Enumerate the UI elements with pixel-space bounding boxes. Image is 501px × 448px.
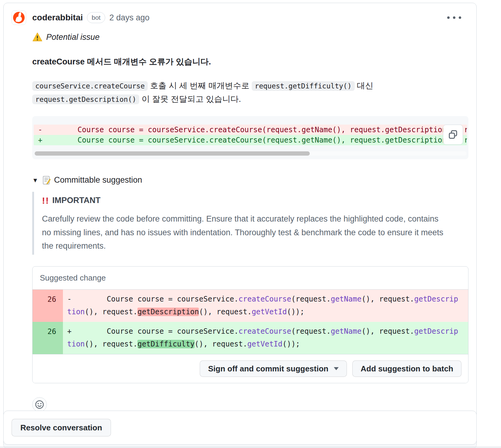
kebab-menu-icon[interactable] [443, 14, 465, 21]
comment-paragraph: courseService.createCourse 호출 시 세 번째 매개변… [32, 79, 464, 106]
important-blockquote: !! IMPORTANT Carefully review the code b… [32, 192, 468, 255]
copy-code-button[interactable] [443, 125, 463, 145]
suggested-change-block: Suggested change 26 - Course course = co… [32, 266, 468, 384]
suggestion-removed-row: 26 - Course course = courseService.creat… [33, 290, 468, 322]
issue-label-text: Potential issue [46, 31, 100, 43]
add-to-batch-label: Add suggestion to batch [361, 364, 453, 373]
important-label: IMPORTANT [52, 194, 100, 207]
memo-icon [42, 176, 51, 185]
comment-author[interactable]: coderabbitai [32, 13, 83, 22]
committable-suggestion-label: Committable suggestion [54, 174, 142, 186]
suggestion-footer: Sign off and commit suggestion Add sugge… [33, 354, 468, 383]
diff-code-block: - Course course = courseService.createCo… [32, 116, 468, 159]
suggested-change-header: Suggested change [33, 267, 468, 290]
add-reaction-button[interactable] [32, 397, 47, 412]
important-title-row: !! IMPORTANT [42, 194, 468, 207]
comment-header: coderabbitai bot 2 days ago [12, 10, 468, 25]
smiley-icon [35, 400, 44, 409]
diff-removed-line: - Course course = courseService.createCo… [34, 125, 467, 135]
resolve-conversation-button[interactable]: Resolve conversation [12, 419, 111, 437]
comment-body: Potential issue createCourse 메서드 매개변수 오류… [32, 31, 468, 383]
resolve-conversation-label: Resolve conversation [20, 423, 102, 432]
bot-badge: bot [87, 12, 105, 23]
copy-icon [448, 129, 458, 140]
double-exclamation-icon: !! [42, 194, 49, 207]
page-divider [0, 447, 501, 447]
horizontal-scrollbar[interactable] [35, 151, 466, 156]
resolve-card: Resolve conversation [3, 411, 477, 445]
added-line-number: 26 [33, 322, 63, 354]
commit-suggestion-label: Sign off and commit suggestion [208, 364, 328, 373]
reaction-row [32, 397, 468, 412]
coderabbit-avatar[interactable] [12, 10, 26, 25]
issue-label: Potential issue [32, 31, 468, 43]
comment: coderabbitai bot 2 days ago Potential is… [4, 3, 476, 420]
committable-suggestion-toggle[interactable]: ▼ Committable suggestion [32, 174, 468, 186]
removed-line-number: 26 [33, 290, 63, 322]
comment-timestamp[interactable]: 2 days ago [109, 13, 150, 22]
add-to-batch-button[interactable]: Add suggestion to batch [352, 360, 461, 377]
diff-added-line: + Course course = courseService.createCo… [34, 135, 467, 145]
commit-suggestion-button[interactable]: Sign off and commit suggestion [200, 360, 347, 377]
warning-icon [32, 32, 43, 42]
comment-heading: createCourse 메서드 매개변수 오류가 있습니다. [32, 56, 468, 68]
added-line-code: + Course course = courseService.createCo… [63, 322, 468, 354]
review-thread: coderabbitai bot 2 days ago Potential is… [0, 0, 501, 448]
suggestion-added-row: 26 + Course course = courseService.creat… [33, 322, 468, 354]
coderabbit-logo-icon [12, 11, 25, 24]
comment-thread-card: coderabbitai bot 2 days ago Potential is… [3, 3, 477, 448]
removed-line-code: - Course course = courseService.createCo… [63, 290, 468, 322]
scrollbar-thumb[interactable] [35, 151, 310, 156]
important-text: Carefully review the code before committ… [42, 212, 446, 253]
caret-down-icon [334, 367, 339, 370]
details-marker-icon: ▼ [32, 176, 38, 185]
